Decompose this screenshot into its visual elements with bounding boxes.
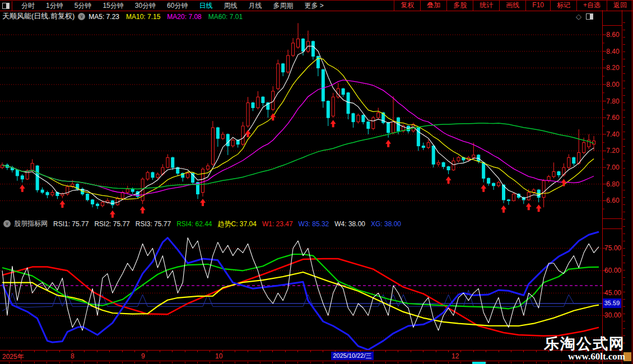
chart-canvas[interactable] (0, 0, 633, 364)
price-label: 7.40 (604, 130, 621, 138)
price-label: 6.60 (604, 197, 621, 204)
indicator-value-RSI3: RSI3: 75.77 (136, 220, 171, 228)
pane-border (602, 218, 622, 219)
price-label: 7.60 (604, 114, 621, 122)
time-label-9: 9 (141, 352, 145, 360)
indicator-axis-label: 75.00 (604, 244, 621, 252)
indicator-value-XG: XG: 38.00 (371, 220, 401, 228)
time-label-10: 10 (215, 352, 222, 360)
indicator-value-W3: W3: 85.32 (299, 220, 329, 228)
indicator-value-趋势C: 趋势C: 37.04 (218, 220, 257, 228)
indicator-header: ∨ 股朋指标网 RSI1: 75.77RSI2: 75.77RSI3: 75.7… (0, 218, 602, 228)
right-scroll-strip[interactable] (622, 10, 633, 364)
time-label-12: 12 (452, 352, 459, 360)
price-label: 8.40 (604, 48, 621, 55)
price-label: 7.80 (604, 97, 621, 105)
indicator-axis-label: 30.00 (604, 311, 621, 319)
trading-app-window: 分时1分钟5分钟15分钟30分钟60分钟日线周线月线多周期更多 > 复权叠加多股… (0, 0, 633, 364)
next-pane-highlight-sliver (472, 362, 486, 364)
price-label: 6.80 (604, 180, 621, 188)
time-axis-bottom-border (0, 361, 622, 361)
indicator-value-RSI1: RSI1: 75.77 (53, 220, 89, 228)
indicator-value-RSI2: RSI2: 75.77 (94, 220, 129, 228)
price-label: 8.00 (604, 81, 621, 88)
price-label: 8.20 (604, 64, 621, 72)
chevron-down-icon[interactable]: ∨ (3, 220, 11, 227)
selected-date-badge: 2025/10/22/三 (331, 352, 374, 360)
indicator-values: RSI1: 75.77RSI2: 75.77RSI3: 75.77RSI4: 6… (53, 218, 407, 229)
time-label-8: 8 (71, 352, 75, 360)
indicator-value-W1: W1: 23.47 (262, 220, 293, 228)
watermark-url: www.60lt.com (544, 352, 625, 362)
time-axis-top-border (0, 350, 622, 351)
indicator-value-W4: W4: 38.00 (334, 220, 365, 228)
watermark: 乐淘公式网 www.60lt.com (544, 336, 625, 362)
indicator-value-RSI4: RSI4: 62.44 (176, 220, 212, 228)
price-label: 8.60 (604, 31, 621, 39)
price-label: 7.00 (604, 164, 621, 171)
pane-border (602, 25, 622, 26)
indicator-axis-label: 45.00 (604, 289, 621, 297)
pane-border (602, 228, 622, 229)
indicator-axis-label: 60.00 (604, 267, 621, 274)
watermark-site-name: 乐淘公式网 (544, 336, 625, 352)
indicator-name: 股朋指标网 (14, 219, 48, 228)
price-label: 7.20 (604, 147, 621, 155)
indicator-current-value-badge: 35.59 (603, 298, 621, 308)
axis-left-border (602, 10, 603, 364)
